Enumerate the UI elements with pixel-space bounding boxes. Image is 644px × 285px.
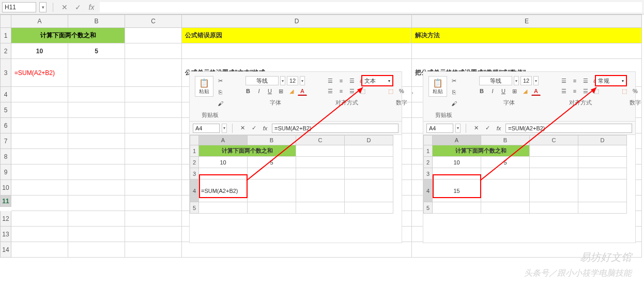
name-box-dropdown[interactable]: ▾ (39, 2, 47, 12)
embedded-cell-d1[interactable] (578, 145, 627, 157)
border-icon[interactable]: ⊞ (276, 86, 285, 96)
col-header-c[interactable]: C (125, 14, 182, 28)
cell-a5[interactable] (11, 102, 68, 118)
align-center-icon[interactable]: ≡ (336, 86, 346, 96)
cell-c2[interactable] (125, 43, 182, 59)
copy-icon[interactable]: ⎘ (216, 87, 225, 97)
number-format-icon[interactable]: ⬚ (620, 86, 629, 96)
cut-icon[interactable]: ✂ (449, 76, 458, 85)
confirm-icon[interactable]: ✓ (73, 2, 83, 12)
cell-a12[interactable] (11, 211, 68, 227)
col-header-d[interactable]: D (182, 14, 412, 28)
embedded-cell-d4[interactable] (345, 179, 393, 202)
embedded-formula-input[interactable]: =SUM(A2+B2) (505, 124, 632, 133)
row-header-12[interactable]: 12 (0, 211, 11, 227)
cell-c14[interactable] (125, 242, 182, 258)
formula-input[interactable] (100, 2, 642, 12)
embedded-cell-d3[interactable] (345, 168, 393, 179)
dropdown-icon[interactable]: ▾ (222, 124, 227, 133)
align-top-icon[interactable]: ☰ (559, 76, 569, 85)
embedded-row-4[interactable]: 4 (423, 179, 433, 202)
font-color-icon[interactable]: A (298, 86, 307, 96)
bold-icon[interactable]: B (477, 86, 486, 96)
embedded-cell-b2[interactable]: 5 (481, 157, 530, 168)
cell-c8[interactable] (125, 149, 182, 164)
italic-icon[interactable]: I (254, 86, 264, 96)
cut-icon[interactable]: ✂ (216, 76, 225, 85)
embedded-cell-b2[interactable]: 5 (248, 157, 296, 168)
font-color-icon[interactable]: A (531, 86, 541, 96)
embedded-row-1[interactable]: 1 (190, 145, 199, 157)
row-header-2[interactable]: 2 (0, 43, 11, 59)
align-center-icon[interactable]: ≡ (570, 86, 579, 96)
cell-b11[interactable] (68, 196, 125, 211)
italic-icon[interactable]: I (488, 86, 497, 96)
cell-a6[interactable] (11, 118, 68, 133)
copy-icon[interactable]: ⎘ (449, 87, 458, 97)
embedded-cell-d5[interactable] (345, 202, 393, 214)
cell-a11[interactable] (11, 196, 68, 211)
merge-icon[interactable]: ⬚ (592, 86, 601, 96)
font-name-select[interactable]: 等线 (246, 76, 279, 85)
confirm-icon[interactable]: ✓ (483, 124, 492, 133)
row-header-3[interactable]: 3 (0, 59, 11, 87)
embedded-row-3[interactable]: 3 (190, 168, 199, 179)
embedded-col-c[interactable]: C (530, 135, 578, 145)
confirm-icon[interactable]: ✓ (249, 124, 258, 133)
dropdown-icon[interactable]: ▾ (514, 76, 519, 85)
cell-e1[interactable]: 解决方法 (412, 28, 642, 43)
embedded-cell-b5[interactable] (248, 202, 296, 214)
embedded-cell-b4[interactable] (481, 179, 530, 202)
embedded-cell-b5[interactable] (481, 202, 530, 214)
paste-button[interactable]: 📋 粘贴 (428, 76, 447, 97)
embedded-row-1[interactable]: 1 (423, 145, 433, 157)
embedded-cell-a4[interactable]: 15 (433, 179, 481, 202)
fx-icon[interactable]: fx (260, 124, 270, 133)
cell-b9[interactable] (68, 164, 125, 180)
cell-b6[interactable] (68, 118, 125, 133)
embedded-cell-b3[interactable] (481, 168, 530, 179)
embedded-row-4[interactable]: 4 (190, 179, 199, 202)
embedded-cell-b4[interactable] (248, 179, 296, 202)
dropdown-icon[interactable]: ▾ (280, 76, 285, 85)
number-format-icon[interactable]: ⬚ (386, 86, 395, 96)
embedded-name-box[interactable]: A4 (193, 124, 220, 133)
embedded-cell-a1b1[interactable]: 计算下面两个数之和 (199, 145, 296, 157)
dropdown-icon[interactable]: ▾ (533, 76, 539, 85)
align-right-icon[interactable]: ☰ (347, 86, 357, 96)
cell-c1[interactable] (125, 28, 182, 43)
embedded-cell-a1b1[interactable]: 计算下面两个数之和 (433, 145, 530, 157)
font-size-select[interactable]: 12 (520, 76, 532, 85)
cell-c6[interactable] (125, 118, 182, 133)
font-name-select[interactable]: 等线 (479, 76, 512, 85)
embedded-cell-c1[interactable] (530, 145, 578, 157)
bold-icon[interactable]: B (243, 86, 253, 96)
embedded-cell-a2[interactable]: 10 (199, 157, 248, 168)
embedded-cell-c4[interactable] (530, 179, 578, 202)
fx-icon[interactable]: fx (86, 2, 97, 12)
cell-a10[interactable] (11, 180, 68, 196)
embedded-cell-c4[interactable] (296, 179, 345, 202)
cell-a9[interactable] (11, 164, 68, 180)
align-bot-icon[interactable]: ☰ (581, 76, 590, 85)
embedded-col-b[interactable]: B (248, 135, 296, 145)
cancel-icon[interactable]: ✕ (238, 124, 247, 133)
row-header-8[interactable]: 8 (0, 149, 11, 164)
cell-a14[interactable] (11, 242, 68, 258)
cell-b13[interactable] (68, 227, 125, 242)
cell-a4[interactable] (11, 87, 68, 102)
number-format-select[interactable]: 常规 ▾ (595, 75, 627, 86)
font-size-select[interactable]: 12 (287, 76, 298, 85)
embedded-row-3[interactable]: 3 (423, 168, 433, 179)
cell-a3[interactable]: =SUM(A2+B2) (11, 59, 68, 87)
cell-c7[interactable] (125, 133, 182, 149)
cell-c5[interactable] (125, 102, 182, 118)
cell-d14[interactable] (182, 242, 412, 258)
col-header-b[interactable]: B (68, 14, 125, 28)
percent-icon[interactable]: % (397, 86, 406, 96)
row-header-14[interactable]: 14 (0, 242, 11, 258)
row-header-13[interactable]: 13 (0, 227, 11, 242)
embedded-cell-c5[interactable] (530, 202, 578, 214)
embedded-col-d[interactable]: D (578, 135, 627, 145)
embedded-formula-input[interactable]: =SUM(A2+B2) (272, 124, 398, 133)
